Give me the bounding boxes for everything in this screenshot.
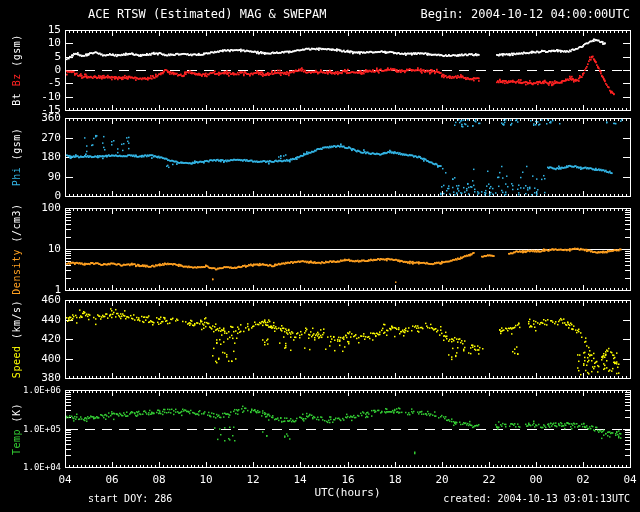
panel-label-part: (/cm3) [11,203,22,249]
x-tick-label: 12 [236,473,270,486]
x-axis-title: UTC(hours) [287,486,408,499]
x-tick-label: 06 [95,473,129,486]
panel-label-part: Temp [11,429,22,455]
y-tick-label: 10 [0,37,61,49]
x-tick-label: 00 [519,473,553,486]
x-tick-label: 22 [472,473,506,486]
panel-label-part: (km/s) [11,300,22,346]
panel-label-part: (gsm) [11,128,22,167]
y-tick-label: 380 [0,372,61,384]
panel-label-part: Phi [11,167,22,187]
axis-labels-layer: 151050-5-10-15Bt Bz (gsm)360270180900Phi… [0,0,640,512]
y-tick-label: 460 [0,294,61,306]
y-tick-label: 1.0E+05 [0,423,61,435]
x-tick-label: 20 [425,473,459,486]
panel-label-part: (gsm) [11,34,22,73]
y-tick-label: -10 [0,91,61,103]
panel-y-label-speed: Speed (km/s) [11,300,22,378]
y-tick-label: 440 [0,314,61,326]
x-tick-label: 10 [189,473,223,486]
y-tick-label: 100 [0,202,61,214]
x-tick-label: 18 [378,473,412,486]
y-tick-label: 15 [0,24,61,36]
y-tick-label: 360 [0,112,61,124]
y-tick-label: 90 [0,171,61,183]
y-tick-label: 420 [0,333,61,345]
y-tick-label: 1.0E+04 [0,461,61,473]
panel-y-label-phi: Phi (gsm) [11,128,22,187]
x-tick-label: 02 [566,473,600,486]
panel-label-part: Speed [11,346,22,379]
x-tick-label: 04 [48,473,82,486]
x-tick-label: 08 [142,473,176,486]
x-tick-label: 14 [283,473,317,486]
y-tick-label: -5 [0,77,61,89]
panel-y-label-density: Density (/cm3) [11,203,22,294]
y-tick-label: 10 [0,243,61,255]
ace-rtsw-plot: ACE RTSW (Estimated) MAG & SWEPAM Begin:… [0,0,640,512]
y-tick-label: 1.0E+06 [0,384,61,396]
x-tick-label: 04 [613,473,640,486]
panel-y-label-mag: Bt Bz (gsm) [11,34,22,106]
y-tick-label: 0 [0,64,61,76]
panel-label-part: (K) [11,402,22,428]
y-tick-label: 400 [0,353,61,365]
created-timestamp: created: 2004-10-13 03:01:13UTC [443,493,630,504]
panel-label-part: Bz [11,73,22,86]
y-tick-label: 270 [0,132,61,144]
start-doy-label: start DOY: 286 [88,493,172,504]
panel-y-label-temp: Temp (K) [11,402,22,454]
y-tick-label: 180 [0,151,61,163]
panel-label-part: Bt [11,86,22,106]
x-tick-label: 16 [331,473,365,486]
panel-label-part: Density [11,249,22,295]
y-tick-label: 5 [0,51,61,63]
